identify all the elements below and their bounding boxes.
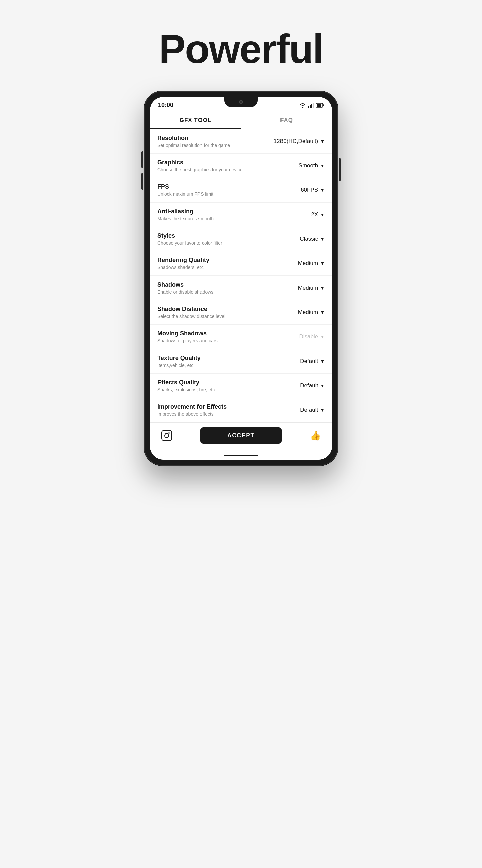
setting-desc-effects_quality: Sparks, explosions, fire, etc.	[157, 387, 281, 392]
setting-desc-texture_quality: Items,vehicle, etc	[157, 363, 281, 368]
setting-desc-graphics: Choose the best graphics for your device	[157, 167, 281, 173]
dropdown-arrow-resolution: ▼	[320, 138, 325, 144]
tab-gfx-tool[interactable]: GFX TOOL	[150, 112, 241, 129]
setting-right-fps: 60FPS▼	[281, 187, 325, 193]
setting-title-styles: Styles	[157, 232, 281, 239]
setting-right-styles: Classic▼	[281, 236, 325, 242]
dropdown-arrow-rendering_quality: ▼	[320, 261, 325, 266]
setting-left-shadow_distance: Shadow DistanceSelect the shadow distanc…	[157, 306, 281, 319]
svg-rect-5	[323, 104, 324, 106]
home-bar	[224, 455, 258, 456]
volume-button-down	[141, 173, 143, 190]
dropdown-arrow-effects_quality: ▼	[320, 383, 325, 388]
setting-desc-shadows: Enable or disable shadows	[157, 289, 281, 294]
setting-title-rendering_quality: Rendering Quality	[157, 257, 281, 264]
setting-row-improvement_effects[interactable]: Improvement for EffectsImproves the abov…	[150, 398, 332, 423]
title-section: Powerful	[0, 13, 482, 91]
setting-desc-styles: Choose your favorite color filter	[157, 240, 281, 246]
dropdown-arrow-texture_quality: ▼	[320, 359, 325, 364]
setting-value-graphics: Smooth	[298, 162, 318, 169]
setting-left-improvement_effects: Improvement for EffectsImproves the abov…	[157, 403, 281, 417]
setting-right-shadows: Medium▼	[281, 284, 325, 291]
signal-icon	[308, 103, 314, 108]
setting-row-resolution[interactable]: ResolutionSet optimal resolution for the…	[150, 129, 332, 154]
settings-list: ResolutionSet optimal resolution for the…	[150, 129, 332, 423]
setting-value-effects_quality: Default	[300, 382, 318, 389]
setting-row-graphics[interactable]: GraphicsChoose the best graphics for you…	[150, 154, 332, 178]
setting-right-graphics: Smooth▼	[281, 162, 325, 169]
setting-row-effects_quality[interactable]: Effects QualitySparks, explosions, fire,…	[150, 374, 332, 398]
setting-desc-fps: Unlock maximum FPS limit	[157, 191, 281, 197]
setting-value-anti_aliasing: 2X	[311, 211, 318, 218]
setting-value-resolution: 1280(HD,Default)	[274, 138, 318, 145]
svg-rect-3	[313, 103, 314, 108]
setting-value-shadow_distance: Medium	[298, 309, 318, 316]
accept-button[interactable]: ACCEPT	[200, 428, 282, 443]
setting-value-shadows: Medium	[298, 284, 318, 291]
tab-bar: GFX TOOL FAQ	[150, 112, 332, 129]
thumbsup-button[interactable]: 👍	[308, 428, 323, 443]
dropdown-arrow-anti_aliasing: ▼	[320, 212, 325, 217]
setting-row-moving_shadows[interactable]: Moving ShadowsShadows of players and car…	[150, 325, 332, 349]
setting-desc-anti_aliasing: Makes the textures smooth	[157, 216, 281, 221]
setting-value-rendering_quality: Medium	[298, 260, 318, 267]
setting-left-shadows: ShadowsEnable or disable shadows	[157, 281, 281, 294]
setting-desc-moving_shadows: Shadows of players and cars	[157, 338, 281, 343]
setting-row-styles[interactable]: StylesChoose your favorite color filterC…	[150, 227, 332, 251]
power-button	[339, 158, 341, 181]
setting-title-moving_shadows: Moving Shadows	[157, 330, 281, 337]
setting-value-improvement_effects: Default	[300, 407, 318, 413]
bottom-bar: ACCEPT 👍	[150, 423, 332, 448]
setting-row-rendering_quality[interactable]: Rendering QualityShadows,shaders, etcMed…	[150, 251, 332, 276]
setting-row-fps[interactable]: FPSUnlock maximum FPS limit60FPS▼	[150, 178, 332, 203]
setting-title-resolution: Resolution	[157, 134, 274, 142]
setting-desc-resolution: Set optimal resolution for the game	[157, 143, 274, 148]
setting-left-rendering_quality: Rendering QualityShadows,shaders, etc	[157, 257, 281, 270]
dropdown-arrow-shadow_distance: ▼	[320, 310, 325, 315]
instagram-icon	[161, 430, 172, 441]
setting-right-rendering_quality: Medium▼	[281, 260, 325, 267]
setting-title-texture_quality: Texture Quality	[157, 354, 281, 362]
setting-right-shadow_distance: Medium▼	[281, 309, 325, 316]
tab-faq[interactable]: FAQ	[241, 112, 332, 129]
setting-title-improvement_effects: Improvement for Effects	[157, 403, 281, 410]
setting-left-moving_shadows: Moving ShadowsShadows of players and car…	[157, 330, 281, 343]
setting-title-anti_aliasing: Anti-aliasing	[157, 208, 281, 215]
setting-title-shadows: Shadows	[157, 281, 281, 288]
setting-title-graphics: Graphics	[157, 159, 281, 166]
phone-screen: 10:00	[150, 97, 332, 460]
instagram-button[interactable]	[159, 428, 174, 443]
phone-mockup: 10:00	[144, 91, 338, 466]
setting-title-fps: FPS	[157, 183, 281, 190]
setting-right-resolution: 1280(HD,Default)▼	[274, 138, 325, 145]
setting-right-moving_shadows: Disable▼	[281, 333, 325, 340]
phone-notch	[224, 97, 258, 107]
setting-desc-improvement_effects: Improves the above effects	[157, 411, 281, 417]
setting-right-improvement_effects: Default▼	[281, 407, 325, 413]
setting-left-texture_quality: Texture QualityItems,vehicle, etc	[157, 354, 281, 368]
dropdown-arrow-styles: ▼	[320, 236, 325, 242]
setting-title-effects_quality: Effects Quality	[157, 379, 281, 386]
svg-rect-0	[308, 106, 309, 108]
page-container: Powerful 10:00	[0, 13, 482, 466]
setting-left-anti_aliasing: Anti-aliasingMakes the textures smooth	[157, 208, 281, 221]
dropdown-arrow-improvement_effects: ▼	[320, 407, 325, 413]
battery-icon	[316, 103, 324, 108]
volume-button-up	[141, 151, 143, 168]
setting-value-fps: 60FPS	[300, 187, 318, 193]
svg-rect-2	[311, 104, 312, 108]
svg-rect-1	[310, 105, 311, 108]
setting-value-moving_shadows: Disable	[299, 333, 318, 340]
status-icons	[299, 103, 324, 108]
setting-value-styles: Classic	[299, 236, 318, 242]
front-camera	[239, 100, 243, 104]
setting-value-texture_quality: Default	[300, 358, 318, 365]
setting-row-texture_quality[interactable]: Texture QualityItems,vehicle, etcDefault…	[150, 349, 332, 374]
setting-row-anti_aliasing[interactable]: Anti-aliasingMakes the textures smooth2X…	[150, 203, 332, 227]
setting-left-fps: FPSUnlock maximum FPS limit	[157, 183, 281, 197]
setting-left-effects_quality: Effects QualitySparks, explosions, fire,…	[157, 379, 281, 392]
setting-row-shadow_distance[interactable]: Shadow DistanceSelect the shadow distanc…	[150, 300, 332, 325]
setting-title-shadow_distance: Shadow Distance	[157, 306, 281, 313]
setting-row-shadows[interactable]: ShadowsEnable or disable shadowsMedium▼	[150, 276, 332, 300]
dropdown-arrow-shadows: ▼	[320, 285, 325, 290]
